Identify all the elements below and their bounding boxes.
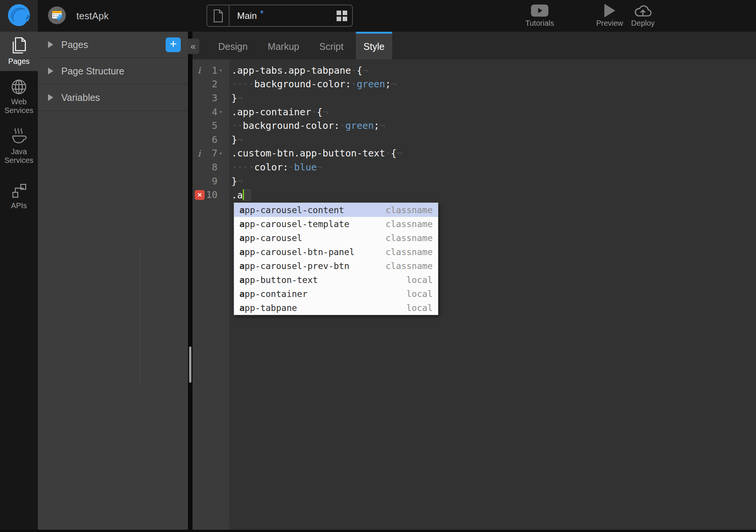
autocomplete-item[interactable]: app-carousel-btn-panelclassname bbox=[234, 245, 438, 259]
code-line[interactable]: 2····background-color:·green;¬ bbox=[192, 77, 756, 91]
line-number: 2 bbox=[206, 79, 217, 90]
tab-markup[interactable]: Markup bbox=[260, 32, 307, 59]
vertical-scrollbar-thumb[interactable] bbox=[189, 346, 191, 383]
suggestion-name: app-carousel-btn-panel bbox=[239, 247, 355, 257]
tutorials-button[interactable]: Tutorials bbox=[517, 3, 562, 28]
tab-style[interactable]: Style bbox=[356, 32, 392, 59]
char-placeholder bbox=[244, 189, 251, 201]
project-icon[interactable] bbox=[48, 6, 66, 26]
code-line[interactable]: ✕10.a bbox=[192, 188, 756, 202]
tab-script[interactable]: Script bbox=[312, 32, 351, 59]
fold-arrow-icon[interactable]: ▾ bbox=[217, 150, 229, 157]
pages-icon bbox=[0, 37, 38, 55]
preview-button[interactable]: Preview bbox=[592, 3, 627, 28]
code-line[interactable]: i1▾.app-tabs.app-tabpane·{¬ bbox=[192, 63, 756, 77]
code-line[interactable]: 8····color:·blue¬ bbox=[192, 160, 756, 174]
code-line[interactable]: i7▾.custom-btn.app-button-text·{¬ bbox=[192, 147, 756, 161]
suggestion-name: app-button-text bbox=[239, 275, 318, 285]
deploy-button[interactable]: Deploy bbox=[625, 3, 661, 28]
tab-design[interactable]: Design bbox=[211, 32, 255, 59]
action-label: Preview bbox=[596, 19, 623, 28]
code-lines: i1▾.app-tabs.app-tabpane·{¬2····backgrou… bbox=[192, 59, 756, 202]
suggestion-kind: classname bbox=[385, 261, 433, 271]
panel-section-variables[interactable]: Variables bbox=[38, 85, 188, 111]
api-icon bbox=[0, 182, 38, 199]
suggestion-kind: classname bbox=[385, 247, 433, 257]
sidebar-item-pages[interactable]: Pages bbox=[0, 32, 38, 71]
autocomplete-item[interactable]: app-tabpanelocal bbox=[234, 301, 438, 315]
suggestion-name: app-carousel-content bbox=[239, 205, 344, 215]
autocomplete-item[interactable]: app-containerlocal bbox=[234, 287, 438, 301]
code-line[interactable]: 4▾.app-container·{¬ bbox=[192, 105, 756, 119]
gutter-icon-cell: i bbox=[192, 65, 206, 75]
autocomplete-item[interactable]: app-button-textlocal bbox=[234, 273, 438, 287]
info-icon: i bbox=[198, 148, 200, 158]
sidebar-item-web-services[interactable]: WebServices bbox=[0, 74, 38, 120]
left-nav: PagesWebServicesJavaServicesAPIs bbox=[0, 32, 38, 530]
youtube-icon bbox=[531, 3, 548, 18]
collapse-panel-button[interactable]: « bbox=[187, 39, 199, 54]
wave-logo-icon bbox=[7, 3, 31, 28]
page-icon bbox=[207, 5, 230, 26]
panel-section-label: Pages bbox=[61, 39, 88, 50]
page-selector[interactable]: Main * bbox=[206, 5, 353, 27]
editor-tabbar: DesignMarkupScriptStyle bbox=[192, 32, 756, 59]
autocomplete-item[interactable]: app-carousel-prev-btnclassname bbox=[234, 259, 438, 273]
panel-divider bbox=[188, 32, 192, 530]
logo-box[interactable] bbox=[0, 0, 38, 32]
grid-icon[interactable] bbox=[337, 11, 347, 21]
code-text: .app-tabs.app-tabpane·{¬ bbox=[229, 65, 368, 76]
autocomplete-item[interactable]: app-carousel-contentclassname bbox=[234, 203, 438, 217]
fold-arrow-icon[interactable]: ▾ bbox=[217, 67, 229, 74]
suggestion-name: app-tabpane bbox=[239, 303, 297, 313]
panel-section-pages[interactable]: Pages+ bbox=[38, 32, 188, 58]
code-text: ····background-color:·green;¬ bbox=[229, 79, 397, 90]
suggestion-name: app-carousel bbox=[239, 233, 302, 243]
code-line[interactable]: 5··background-color:·green;¬ bbox=[192, 119, 756, 133]
sidebar-item-label: APIs bbox=[0, 201, 38, 210]
sidebar-item-label: Java bbox=[0, 147, 38, 156]
expand-caret-icon[interactable] bbox=[48, 41, 53, 48]
panel-section-page-structure[interactable]: Page Structure bbox=[38, 58, 188, 85]
sidebar-item-label: Pages bbox=[0, 57, 38, 66]
play-icon bbox=[604, 3, 616, 18]
code-text: ··background-color:·green;¬ bbox=[229, 120, 385, 131]
action-label: Deploy bbox=[631, 19, 655, 28]
sidebar-item-apis[interactable]: APIs bbox=[0, 178, 38, 215]
info-icon: i bbox=[198, 65, 200, 75]
suggestion-name: app-carousel-prev-btn bbox=[239, 261, 349, 271]
unsaved-marker: * bbox=[260, 9, 264, 19]
code-line[interactable]: 6}¬ bbox=[192, 133, 756, 147]
page-name: Main bbox=[237, 11, 257, 21]
line-number: 5 bbox=[206, 120, 217, 131]
cloud-upload-icon bbox=[633, 3, 652, 18]
suggestion-kind: local bbox=[407, 303, 433, 313]
line-number: 8 bbox=[206, 162, 217, 173]
app-info: testApk bbox=[48, 0, 109, 32]
line-number: 3 bbox=[206, 93, 217, 104]
error-icon[interactable]: ✕ bbox=[195, 190, 205, 200]
autocomplete-item[interactable]: app-carousel-templateclassname bbox=[234, 217, 438, 231]
line-number: 7 bbox=[206, 148, 217, 159]
code-line[interactable]: 9}¬ bbox=[192, 174, 756, 188]
add-page-button[interactable]: + bbox=[166, 37, 181, 52]
line-number: 6 bbox=[206, 134, 217, 145]
coffee-icon bbox=[0, 128, 38, 145]
code-text: .custom-btn.app-button-text·{¬ bbox=[229, 148, 402, 159]
code-line[interactable]: 3}¬ bbox=[192, 91, 756, 105]
expand-caret-icon[interactable] bbox=[48, 68, 53, 74]
sidebar-item-label: Web bbox=[0, 97, 38, 106]
expand-caret-icon[interactable] bbox=[48, 94, 53, 101]
fold-arrow-icon[interactable]: ▾ bbox=[217, 108, 229, 115]
app-title: testApk bbox=[76, 11, 109, 22]
autocomplete-popup: app-carousel-contentclassnameapp-carouse… bbox=[234, 203, 438, 315]
gutter-icon-cell: ✕ bbox=[192, 190, 206, 200]
line-number: 1 bbox=[206, 65, 217, 76]
line-number: 4 bbox=[206, 107, 217, 118]
code-text: }¬ bbox=[229, 134, 243, 145]
panel-section-label: Variables bbox=[61, 92, 100, 103]
suggestion-kind: classname bbox=[385, 205, 433, 215]
sidebar-item-java-services[interactable]: JavaServices bbox=[0, 123, 38, 170]
current-page-label: Main * bbox=[230, 11, 337, 21]
autocomplete-item[interactable]: app-carouselclassname bbox=[234, 231, 438, 245]
